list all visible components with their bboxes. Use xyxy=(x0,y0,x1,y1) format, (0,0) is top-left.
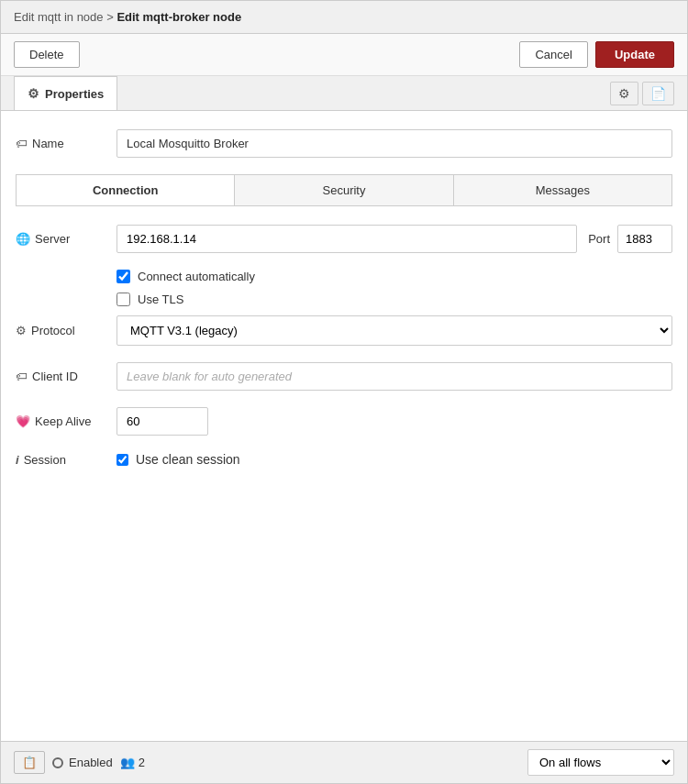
use-tls-checkbox[interactable] xyxy=(117,293,130,306)
tab-security[interactable]: Security xyxy=(234,174,452,206)
status-left: 📋 Enabled 👥 2 xyxy=(14,751,145,774)
session-label: i Session xyxy=(16,453,117,467)
port-label: Port xyxy=(588,232,610,246)
properties-gear-icon: ⚙ xyxy=(28,86,39,101)
port-input[interactable] xyxy=(617,225,672,253)
enabled-circle-icon xyxy=(52,757,63,768)
client-id-row: 🏷 Client ID xyxy=(16,362,672,391)
settings-icon-button[interactable]: ⚙ xyxy=(610,82,638,105)
use-tls-label[interactable]: Use TLS xyxy=(138,293,183,306)
keep-alive-row: 💗 Keep Alive xyxy=(16,407,672,436)
info-icon: i xyxy=(16,453,19,467)
status-bar: 📋 Enabled 👥 2 On all flows On current fl… xyxy=(1,741,687,783)
form-area: 🏷 Name Connection Security Messages 🌐 Se… xyxy=(1,111,687,741)
name-row: 🏷 Name xyxy=(16,129,672,158)
tag-icon: 🏷 xyxy=(16,137,28,150)
toolbar: Delete Cancel Update xyxy=(1,34,687,76)
name-input[interactable] xyxy=(117,129,672,158)
properties-tab-label: Properties xyxy=(45,87,104,101)
status-page-icon-button[interactable]: 📋 xyxy=(14,751,45,774)
use-clean-session-checkbox[interactable] xyxy=(117,454,128,466)
name-label: 🏷 Name xyxy=(16,137,117,150)
doc-icon-button[interactable]: 📄 xyxy=(642,82,674,105)
users-count: 👥 2 xyxy=(120,756,145,769)
server-input[interactable] xyxy=(117,225,577,253)
toolbar-right: Cancel Update xyxy=(519,41,674,68)
breadcrumb-current: Edit mqtt-broker node xyxy=(117,10,241,24)
connect-auto-checkbox[interactable] xyxy=(117,270,130,283)
tab-messages[interactable]: Messages xyxy=(453,174,672,206)
breadcrumb-prefix: Edit mqtt in node > xyxy=(14,10,117,24)
session-row: i Session Use clean session xyxy=(16,452,672,467)
enabled-toggle[interactable]: Enabled xyxy=(52,756,113,769)
enabled-label: Enabled xyxy=(69,756,113,769)
tab-connection[interactable]: Connection xyxy=(16,174,234,206)
protocol-select[interactable]: MQTT V3.1 (legacy) MQTT V3.1.1 MQTT V5 xyxy=(117,315,672,346)
props-header: ⚙ Properties ⚙ 📄 xyxy=(1,76,687,111)
breadcrumb: Edit mqtt in node > Edit mqtt-broker nod… xyxy=(1,1,687,34)
update-button[interactable]: Update xyxy=(595,41,674,68)
keep-alive-input[interactable] xyxy=(117,407,208,436)
users-icon: 👥 xyxy=(120,756,135,769)
globe-icon: 🌐 xyxy=(16,232,30,246)
gear-icon: ⚙ xyxy=(16,324,27,337)
protocol-row: ⚙ Protocol MQTT V3.1 (legacy) MQTT V3.1.… xyxy=(16,315,672,346)
protocol-label: ⚙ Protocol xyxy=(16,324,117,337)
tag2-icon: 🏷 xyxy=(16,370,28,383)
editor-wrapper: Edit mqtt in node > Edit mqtt-broker nod… xyxy=(0,0,688,784)
users-count-value: 2 xyxy=(139,756,145,769)
connect-auto-label[interactable]: Connect automatically xyxy=(138,270,255,283)
flows-select[interactable]: On all flows On current flow xyxy=(527,749,674,776)
keep-alive-label: 💗 Keep Alive xyxy=(16,414,117,428)
server-label: 🌐 Server xyxy=(16,232,117,246)
connect-auto-row: Connect automatically xyxy=(117,270,672,283)
delete-button[interactable]: Delete xyxy=(14,41,80,68)
use-clean-session-label[interactable]: Use clean session xyxy=(136,452,240,467)
properties-tab[interactable]: ⚙ Properties xyxy=(14,76,117,110)
client-id-label: 🏷 Client ID xyxy=(16,370,117,383)
client-id-input[interactable] xyxy=(117,362,672,391)
server-row: 🌐 Server Port xyxy=(16,225,672,253)
sub-tabs: Connection Security Messages xyxy=(16,174,672,206)
heart-icon: 💗 xyxy=(16,414,30,428)
status-right: On all flows On current flow xyxy=(527,749,674,776)
session-checkbox-row: Use clean session xyxy=(117,452,240,467)
use-tls-row: Use TLS xyxy=(117,293,672,306)
cancel-button[interactable]: Cancel xyxy=(519,41,587,68)
